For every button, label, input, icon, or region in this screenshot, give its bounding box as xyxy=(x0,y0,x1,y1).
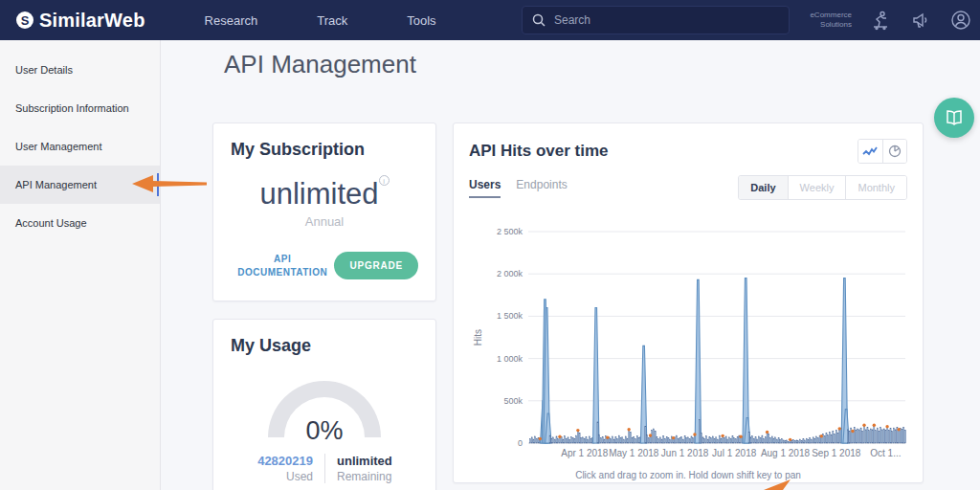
tab-users[interactable]: Users xyxy=(469,178,501,198)
sidebar-item-api-management[interactable]: API Management xyxy=(0,166,160,204)
svg-text:Jul 1 2018: Jul 1 2018 xyxy=(712,448,757,458)
search-icon xyxy=(532,13,546,27)
chart-title: API Hits over time xyxy=(469,139,609,161)
used-label: Used xyxy=(231,470,313,483)
sidebar-item-subscription-information[interactable]: Subscription Information xyxy=(0,89,160,127)
account-icon[interactable] xyxy=(949,9,972,32)
svg-text:0: 0 xyxy=(518,438,523,448)
svg-text:500k: 500k xyxy=(503,396,523,406)
ecommerce-cart-icon[interactable] xyxy=(869,9,892,32)
plan-name: unlimited xyxy=(259,177,378,211)
chart-tabs: Users Endpoints xyxy=(469,178,568,198)
main-nav: Research Track Tools xyxy=(205,13,436,28)
api-hits-card: API Hits over time Users Endpoints Daily… xyxy=(453,122,924,483)
granularity-switch: Daily Weekly Monthly xyxy=(738,175,907,200)
granularity-weekly[interactable]: Weekly xyxy=(788,176,846,199)
my-subscription-card: My Subscription unlimitedi Annual API DO… xyxy=(212,122,436,301)
granularity-monthly[interactable]: Monthly xyxy=(845,176,906,199)
text-cursor-caret xyxy=(157,173,159,196)
used-value: 42820219 xyxy=(231,454,313,468)
chart-hint: Click and drag to zoom in. Hold down shi… xyxy=(469,470,907,480)
open-book-icon xyxy=(945,110,964,125)
similarweb-logo[interactable]: S SimilarWeb xyxy=(15,10,145,32)
settings-sidebar: User Details Subscription Information Us… xyxy=(0,40,161,490)
sidebar-item-user-management[interactable]: User Management xyxy=(0,127,160,166)
page-title: API Management xyxy=(224,50,416,79)
usage-card-title: My Usage xyxy=(231,336,418,356)
svg-text:Hits: Hits xyxy=(473,329,483,345)
remaining-label: Remaining xyxy=(337,470,418,483)
svg-text:May 1 2018: May 1 2018 xyxy=(609,448,659,458)
granularity-daily[interactable]: Daily xyxy=(739,176,787,199)
svg-text:Oct 1...: Oct 1... xyxy=(870,448,901,458)
svg-text:2 500k: 2 500k xyxy=(497,227,523,236)
svg-text:Aug 1 2018: Aug 1 2018 xyxy=(761,448,811,458)
top-navbar: S SimilarWeb Research Track Tools eComme… xyxy=(0,0,980,40)
tab-endpoints[interactable]: Endpoints xyxy=(516,178,567,198)
line-chart-icon[interactable] xyxy=(858,140,882,163)
sidebar-item-user-details[interactable]: User Details xyxy=(0,51,160,89)
remaining-value: unlimited xyxy=(337,454,418,468)
nav-item-research[interactable]: Research xyxy=(205,13,258,28)
svg-text:S: S xyxy=(21,13,30,28)
svg-text:Sep 1 2018: Sep 1 2018 xyxy=(812,448,861,458)
usage-gauge: 0% xyxy=(268,381,381,438)
documentation-fab-button[interactable] xyxy=(934,98,974,138)
svg-text:2 000k: 2 000k xyxy=(497,269,523,278)
nav-item-track[interactable]: Track xyxy=(317,13,347,28)
brand-name: SimilarWeb xyxy=(39,10,145,32)
pie-chart-icon[interactable] xyxy=(882,140,906,163)
similarweb-logo-icon: S xyxy=(15,11,34,30)
sidebar-item-account-usage[interactable]: Account Usage xyxy=(0,204,160,242)
my-usage-card: My Usage 0% 42820219 Used unlimited Rema… xyxy=(212,319,436,490)
usage-percent: 0% xyxy=(268,416,381,446)
svg-text:1 500k: 1 500k xyxy=(497,311,523,321)
info-icon[interactable]: i xyxy=(379,175,390,186)
megaphone-icon[interactable] xyxy=(909,9,932,32)
svg-text:Jun 1 2018: Jun 1 2018 xyxy=(661,448,709,458)
ecommerce-solutions-label[interactable]: eCommerce Solutions xyxy=(810,11,852,30)
api-hits-chart[interactable]: 0500k1 000k1 500k2 000k2 500kHitsApr 1 2… xyxy=(469,206,909,464)
svg-text:1 000k: 1 000k xyxy=(497,354,523,364)
nav-item-tools[interactable]: Tools xyxy=(407,13,435,28)
plan-period: Annual xyxy=(231,214,418,229)
api-documentation-link[interactable]: API DOCUMENTATION xyxy=(231,253,334,279)
navbar-right: eCommerce Solutions xyxy=(810,0,972,40)
svg-text:Apr 1 2018: Apr 1 2018 xyxy=(561,448,608,458)
search-box[interactable] xyxy=(522,6,790,34)
search-input[interactable] xyxy=(554,13,765,27)
upgrade-button[interactable]: UPGRADE xyxy=(334,252,418,279)
chart-type-toggle xyxy=(858,139,907,164)
subscription-card-title: My Subscription xyxy=(231,140,418,160)
